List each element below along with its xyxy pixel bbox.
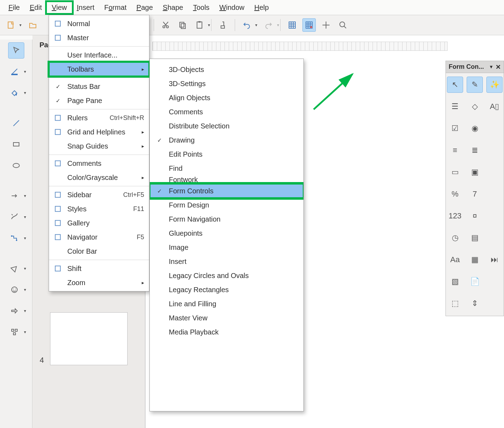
toolbars-item-fontwork[interactable]: Fontwork bbox=[150, 175, 303, 184]
menu-format[interactable]: Format bbox=[99, 2, 131, 13]
view-menu-item-master[interactable]: Master bbox=[49, 31, 149, 45]
rectangle-tool[interactable] bbox=[8, 136, 24, 152]
currency-icon[interactable]: ¤ bbox=[467, 208, 483, 224]
view-menu-item-comments[interactable]: Comments bbox=[49, 156, 149, 170]
clone-format-button[interactable] bbox=[216, 18, 230, 32]
toolbars-item-master-view[interactable]: Master View bbox=[150, 311, 303, 325]
undo-button[interactable]: ▾ bbox=[240, 18, 253, 32]
push-button-icon[interactable]: ▭ bbox=[447, 164, 463, 180]
toolbars-item-form-design[interactable]: Form Design bbox=[150, 198, 303, 212]
toolbars-item-form-navigation[interactable]: Form Navigation bbox=[150, 212, 303, 226]
view-menu-item-color-bar[interactable]: Color Bar bbox=[49, 244, 149, 258]
view-menu-item-grid-and-helplines[interactable]: Grid and Helplines▸ bbox=[49, 125, 149, 139]
flowchart-tool[interactable] bbox=[6, 324, 23, 340]
zoom-button[interactable] bbox=[336, 18, 350, 32]
block-arrow-tool[interactable] bbox=[6, 303, 23, 319]
ellipse-tool[interactable] bbox=[8, 157, 24, 174]
time-icon[interactable]: ◷ bbox=[447, 230, 463, 246]
listbox-icon[interactable]: ☰ bbox=[447, 98, 463, 115]
page-thumbnail[interactable]: 4 bbox=[50, 312, 128, 365]
pattern-icon[interactable]: ▤ bbox=[467, 230, 483, 246]
toolbars-item-media-playback[interactable]: Media Playback bbox=[150, 325, 303, 339]
toolbars-item-gluepoints[interactable]: Gluepoints bbox=[150, 226, 303, 240]
image-ctl-icon[interactable]: ▧ bbox=[447, 273, 463, 290]
toolbars-item-find[interactable]: Find bbox=[150, 161, 303, 175]
spin-icon[interactable]: ⇕ bbox=[467, 295, 483, 312]
view-menu-item-navigator[interactable]: NavigatorF5 bbox=[49, 230, 149, 244]
grid-visible-button[interactable] bbox=[285, 18, 299, 32]
form-controls-toolbar[interactable]: Form Con... ▼ ✕ ↖✎✨☰◇A▯☑◉≡≣▭▣%7123¤◷▤Aa▦… bbox=[445, 61, 504, 316]
paste-button[interactable]: ▾ bbox=[193, 18, 206, 32]
select-tool[interactable] bbox=[8, 42, 24, 59]
redo-button[interactable]: ▾ bbox=[262, 18, 275, 32]
curve-tool[interactable] bbox=[6, 209, 23, 225]
toolbars-item-insert[interactable]: Insert bbox=[150, 254, 303, 269]
view-menu-item-toolbars[interactable]: Toolbars▸ bbox=[49, 62, 149, 76]
menu-shape[interactable]: Shape bbox=[158, 2, 188, 13]
numeric-icon[interactable]: 123 bbox=[447, 208, 463, 224]
view-menu-item-shift[interactable]: Shift bbox=[49, 261, 149, 276]
basic-shapes-tool[interactable] bbox=[6, 260, 23, 277]
cut-button[interactable] bbox=[159, 18, 172, 32]
date-icon[interactable]: 7 bbox=[467, 186, 483, 202]
menu-tools[interactable]: Tools bbox=[188, 2, 215, 13]
toolbars-item-3d-settings[interactable]: 3D-Settings bbox=[150, 77, 303, 91]
file-sel-icon[interactable]: 📄 bbox=[467, 273, 483, 290]
view-menu-item-rulers[interactable]: RulersCtrl+Shift+R bbox=[49, 111, 149, 125]
view-menu-item-zoom[interactable]: Zoom▸ bbox=[49, 276, 149, 290]
open-button[interactable] bbox=[26, 18, 39, 32]
menu-help[interactable]: Help bbox=[250, 2, 274, 13]
dropdown-icon[interactable]: ▼ bbox=[489, 64, 493, 70]
toolbars-item-comments[interactable]: Comments bbox=[150, 105, 303, 119]
checkbox-icon[interactable]: ☑ bbox=[447, 120, 463, 137]
select-icon[interactable]: ↖ bbox=[447, 77, 463, 93]
combo-icon[interactable]: ≡ bbox=[447, 142, 463, 158]
view-menu-item-sidebar[interactable]: SidebarCtrl+F5 bbox=[49, 188, 149, 202]
menu-edit[interactable]: Edit bbox=[25, 2, 47, 13]
toolbars-item-legacy-circles-and-ovals[interactable]: Legacy Circles and Ovals bbox=[150, 269, 303, 283]
radio-icon[interactable]: ◉ bbox=[467, 120, 483, 137]
view-menu-item-gallery[interactable]: Gallery bbox=[49, 216, 149, 230]
snap-grid-button[interactable] bbox=[302, 18, 316, 32]
new-doc-button[interactable]: ▾ bbox=[4, 18, 18, 32]
view-menu-item-user-interface-[interactable]: User Interface... bbox=[49, 48, 149, 62]
design-mode-icon[interactable]: ✎ bbox=[467, 77, 483, 93]
table-ctl-icon[interactable]: ▦ bbox=[467, 252, 483, 268]
connector-tool[interactable] bbox=[6, 230, 23, 246]
toolbars-item-3d-objects[interactable]: 3D-Objects bbox=[150, 62, 303, 77]
menu-insert[interactable]: Insert bbox=[72, 2, 99, 13]
textbox-icon[interactable]: A▯ bbox=[486, 98, 503, 115]
view-menu-item-styles[interactable]: StylesF11 bbox=[49, 202, 149, 216]
toolbars-item-edit-points[interactable]: Edit Points bbox=[150, 147, 303, 161]
toolbars-item-line-and-filling[interactable]: Line and Filling bbox=[150, 297, 303, 311]
listctl-icon[interactable]: ≣ bbox=[467, 142, 483, 158]
menu-view[interactable]: View bbox=[47, 2, 72, 13]
line-tool[interactable] bbox=[8, 115, 24, 131]
font-icon[interactable]: Aa bbox=[447, 252, 463, 268]
toolbars-item-image[interactable]: Image bbox=[150, 240, 303, 254]
group-icon[interactable]: ⬚ bbox=[447, 295, 463, 312]
helplines-button[interactable] bbox=[319, 18, 333, 32]
menu-file[interactable]: File bbox=[4, 2, 25, 13]
view-menu-item-normal[interactable]: Normal bbox=[49, 17, 149, 31]
label-icon[interactable]: ◇ bbox=[467, 98, 483, 115]
close-icon[interactable]: ✕ bbox=[496, 63, 501, 71]
image-button-icon[interactable]: ▣ bbox=[467, 164, 483, 180]
view-menu-item-snap-guides[interactable]: Snap Guides▸ bbox=[49, 139, 149, 153]
formatted-icon[interactable]: % bbox=[447, 186, 463, 202]
menu-window[interactable]: Window bbox=[214, 2, 249, 13]
view-menu-item-status-bar[interactable]: Status Bar bbox=[49, 79, 149, 94]
toolbars-item-drawing[interactable]: Drawing bbox=[150, 133, 303, 147]
form-controls-titlebar[interactable]: Form Con... ▼ ✕ bbox=[446, 61, 504, 73]
wizard-icon[interactable]: ✨ bbox=[486, 77, 503, 93]
toolbars-item-align-objects[interactable]: Align Objects bbox=[150, 91, 303, 105]
view-menu-item-color-grayscale[interactable]: Color/Grayscale▸ bbox=[49, 170, 149, 185]
menu-page[interactable]: Page bbox=[131, 2, 158, 13]
toolbars-item-form-controls[interactable]: Form Controls bbox=[150, 184, 303, 198]
copy-button[interactable] bbox=[176, 18, 189, 32]
arrow-line-tool[interactable] bbox=[6, 188, 23, 204]
line-color-tool[interactable] bbox=[6, 64, 23, 80]
symbol-shapes-tool[interactable] bbox=[6, 282, 23, 298]
nav-icon[interactable]: ⏭ bbox=[486, 252, 503, 268]
fill-color-tool[interactable] bbox=[6, 85, 23, 101]
